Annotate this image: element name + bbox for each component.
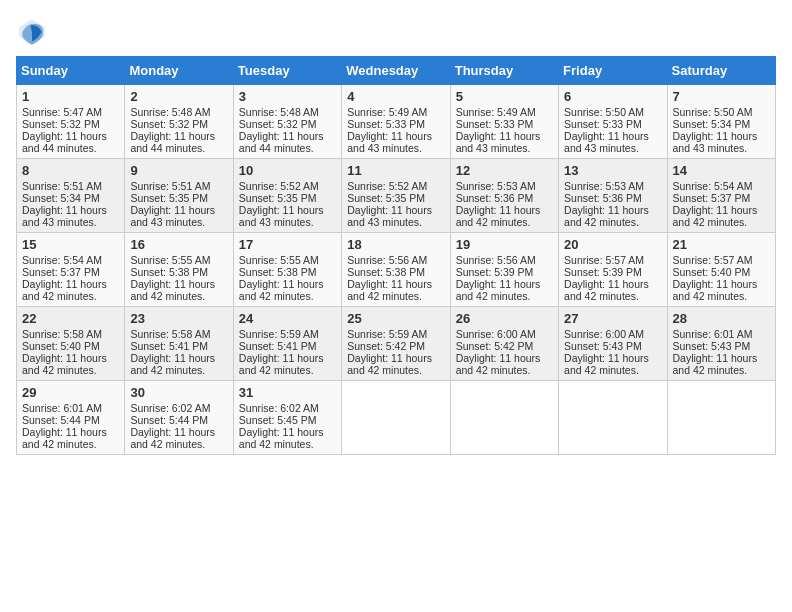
- sunrise-text: Sunrise: 5:59 AM: [239, 328, 336, 340]
- day-number: 7: [673, 89, 770, 104]
- calendar-cell: 11Sunrise: 5:52 AMSunset: 5:35 PMDayligh…: [342, 159, 450, 233]
- logo-icon: [16, 16, 48, 48]
- sunrise-text: Sunrise: 5:58 AM: [130, 328, 227, 340]
- sunrise-text: Sunrise: 5:49 AM: [347, 106, 444, 118]
- header-row: SundayMondayTuesdayWednesdayThursdayFrid…: [17, 57, 776, 85]
- daylight-text: Daylight: 11 hours and 42 minutes.: [673, 204, 770, 228]
- calendar-week: 15Sunrise: 5:54 AMSunset: 5:37 PMDayligh…: [17, 233, 776, 307]
- calendar-cell: [667, 381, 775, 455]
- day-number: 15: [22, 237, 119, 252]
- daylight-text: Daylight: 11 hours and 43 minutes.: [130, 204, 227, 228]
- sunrise-text: Sunrise: 5:48 AM: [239, 106, 336, 118]
- sunrise-text: Sunrise: 6:00 AM: [456, 328, 553, 340]
- day-number: 9: [130, 163, 227, 178]
- daylight-text: Daylight: 11 hours and 42 minutes.: [347, 278, 444, 302]
- header-day: Tuesday: [233, 57, 341, 85]
- header-day: Thursday: [450, 57, 558, 85]
- day-number: 4: [347, 89, 444, 104]
- day-number: 22: [22, 311, 119, 326]
- sunset-text: Sunset: 5:35 PM: [239, 192, 336, 204]
- header-day: Friday: [559, 57, 667, 85]
- sunrise-text: Sunrise: 5:52 AM: [347, 180, 444, 192]
- calendar-cell: 7Sunrise: 5:50 AMSunset: 5:34 PMDaylight…: [667, 85, 775, 159]
- sunrise-text: Sunrise: 5:55 AM: [130, 254, 227, 266]
- day-number: 20: [564, 237, 661, 252]
- daylight-text: Daylight: 11 hours and 44 minutes.: [130, 130, 227, 154]
- daylight-text: Daylight: 11 hours and 43 minutes.: [347, 130, 444, 154]
- calendar-week: 8Sunrise: 5:51 AMSunset: 5:34 PMDaylight…: [17, 159, 776, 233]
- sunset-text: Sunset: 5:32 PM: [130, 118, 227, 130]
- day-number: 1: [22, 89, 119, 104]
- calendar-cell: 30Sunrise: 6:02 AMSunset: 5:44 PMDayligh…: [125, 381, 233, 455]
- calendar-cell: 19Sunrise: 5:56 AMSunset: 5:39 PMDayligh…: [450, 233, 558, 307]
- sunset-text: Sunset: 5:43 PM: [673, 340, 770, 352]
- calendar-cell: 4Sunrise: 5:49 AMSunset: 5:33 PMDaylight…: [342, 85, 450, 159]
- calendar-cell: 14Sunrise: 5:54 AMSunset: 5:37 PMDayligh…: [667, 159, 775, 233]
- day-number: 18: [347, 237, 444, 252]
- sunset-text: Sunset: 5:34 PM: [22, 192, 119, 204]
- sunrise-text: Sunrise: 5:54 AM: [673, 180, 770, 192]
- header-day: Monday: [125, 57, 233, 85]
- day-number: 5: [456, 89, 553, 104]
- sunset-text: Sunset: 5:37 PM: [22, 266, 119, 278]
- sunrise-text: Sunrise: 5:49 AM: [456, 106, 553, 118]
- daylight-text: Daylight: 11 hours and 42 minutes.: [347, 352, 444, 376]
- calendar-table: SundayMondayTuesdayWednesdayThursdayFrid…: [16, 56, 776, 455]
- sunset-text: Sunset: 5:36 PM: [564, 192, 661, 204]
- daylight-text: Daylight: 11 hours and 43 minutes.: [22, 204, 119, 228]
- sunrise-text: Sunrise: 5:56 AM: [456, 254, 553, 266]
- calendar-week: 1Sunrise: 5:47 AMSunset: 5:32 PMDaylight…: [17, 85, 776, 159]
- day-number: 3: [239, 89, 336, 104]
- sunrise-text: Sunrise: 5:50 AM: [564, 106, 661, 118]
- calendar-cell: 31Sunrise: 6:02 AMSunset: 5:45 PMDayligh…: [233, 381, 341, 455]
- calendar-cell: 6Sunrise: 5:50 AMSunset: 5:33 PMDaylight…: [559, 85, 667, 159]
- calendar-cell: 26Sunrise: 6:00 AMSunset: 5:42 PMDayligh…: [450, 307, 558, 381]
- day-number: 26: [456, 311, 553, 326]
- sunrise-text: Sunrise: 5:53 AM: [456, 180, 553, 192]
- sunset-text: Sunset: 5:41 PM: [130, 340, 227, 352]
- daylight-text: Daylight: 11 hours and 42 minutes.: [564, 278, 661, 302]
- daylight-text: Daylight: 11 hours and 42 minutes.: [22, 426, 119, 450]
- calendar-cell: 3Sunrise: 5:48 AMSunset: 5:32 PMDaylight…: [233, 85, 341, 159]
- day-number: 24: [239, 311, 336, 326]
- daylight-text: Daylight: 11 hours and 43 minutes.: [456, 130, 553, 154]
- sunset-text: Sunset: 5:44 PM: [22, 414, 119, 426]
- sunrise-text: Sunrise: 5:50 AM: [673, 106, 770, 118]
- daylight-text: Daylight: 11 hours and 42 minutes.: [239, 352, 336, 376]
- calendar-cell: 27Sunrise: 6:00 AMSunset: 5:43 PMDayligh…: [559, 307, 667, 381]
- calendar-cell: 25Sunrise: 5:59 AMSunset: 5:42 PMDayligh…: [342, 307, 450, 381]
- sunrise-text: Sunrise: 6:02 AM: [239, 402, 336, 414]
- calendar-cell: 16Sunrise: 5:55 AMSunset: 5:38 PMDayligh…: [125, 233, 233, 307]
- sunrise-text: Sunrise: 5:59 AM: [347, 328, 444, 340]
- day-number: 23: [130, 311, 227, 326]
- calendar-header: SundayMondayTuesdayWednesdayThursdayFrid…: [17, 57, 776, 85]
- sunrise-text: Sunrise: 6:01 AM: [673, 328, 770, 340]
- day-number: 11: [347, 163, 444, 178]
- sunset-text: Sunset: 5:35 PM: [130, 192, 227, 204]
- sunrise-text: Sunrise: 5:56 AM: [347, 254, 444, 266]
- sunset-text: Sunset: 5:32 PM: [22, 118, 119, 130]
- sunset-text: Sunset: 5:33 PM: [456, 118, 553, 130]
- sunset-text: Sunset: 5:38 PM: [130, 266, 227, 278]
- day-number: 14: [673, 163, 770, 178]
- calendar-cell: 24Sunrise: 5:59 AMSunset: 5:41 PMDayligh…: [233, 307, 341, 381]
- calendar-cell: 29Sunrise: 6:01 AMSunset: 5:44 PMDayligh…: [17, 381, 125, 455]
- daylight-text: Daylight: 11 hours and 42 minutes.: [456, 278, 553, 302]
- calendar-cell: 1Sunrise: 5:47 AMSunset: 5:32 PMDaylight…: [17, 85, 125, 159]
- sunset-text: Sunset: 5:35 PM: [347, 192, 444, 204]
- sunset-text: Sunset: 5:38 PM: [239, 266, 336, 278]
- daylight-text: Daylight: 11 hours and 43 minutes.: [347, 204, 444, 228]
- daylight-text: Daylight: 11 hours and 42 minutes.: [239, 426, 336, 450]
- sunrise-text: Sunrise: 5:53 AM: [564, 180, 661, 192]
- calendar-cell: 20Sunrise: 5:57 AMSunset: 5:39 PMDayligh…: [559, 233, 667, 307]
- header-day: Wednesday: [342, 57, 450, 85]
- daylight-text: Daylight: 11 hours and 42 minutes.: [22, 352, 119, 376]
- calendar-cell: 23Sunrise: 5:58 AMSunset: 5:41 PMDayligh…: [125, 307, 233, 381]
- sunrise-text: Sunrise: 6:00 AM: [564, 328, 661, 340]
- sunrise-text: Sunrise: 5:57 AM: [564, 254, 661, 266]
- daylight-text: Daylight: 11 hours and 42 minutes.: [456, 352, 553, 376]
- sunrise-text: Sunrise: 5:51 AM: [130, 180, 227, 192]
- calendar-cell: 15Sunrise: 5:54 AMSunset: 5:37 PMDayligh…: [17, 233, 125, 307]
- day-number: 12: [456, 163, 553, 178]
- sunset-text: Sunset: 5:33 PM: [347, 118, 444, 130]
